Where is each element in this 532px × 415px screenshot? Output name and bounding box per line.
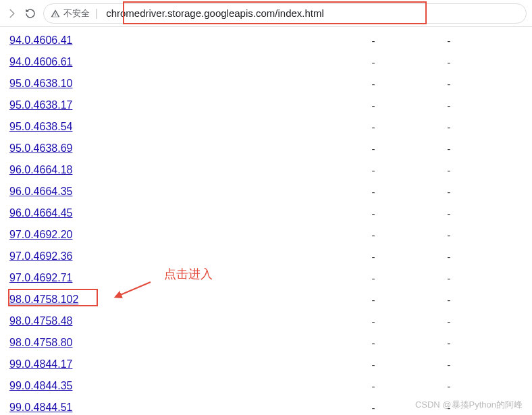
table-row: 96.0.4664.18-- bbox=[9, 159, 523, 181]
col-size: - bbox=[371, 375, 447, 397]
url-text[interactable]: chromedriver.storage.googleapis.com/inde… bbox=[103, 7, 327, 20]
col-size: - bbox=[371, 116, 447, 138]
col-size: - bbox=[371, 267, 447, 289]
browser-toolbar: 不安全 | chromedriver.storage.googleapis.co… bbox=[0, 0, 532, 27]
table-row: 96.0.4664.45-- bbox=[9, 202, 523, 224]
col-size: - bbox=[371, 246, 447, 267]
version-link[interactable]: 97.0.4692.71 bbox=[9, 272, 72, 284]
version-link[interactable]: 95.0.4638.69 bbox=[9, 142, 72, 155]
table-row: 97.0.4692.36-- bbox=[9, 246, 523, 267]
annotation-label: 点击进入 bbox=[164, 266, 213, 282]
col-date: - bbox=[447, 181, 523, 202]
col-date: - bbox=[447, 94, 523, 116]
version-link[interactable]: 99.0.4844.17 bbox=[9, 358, 72, 370]
not-secure-label: 不安全 bbox=[63, 7, 90, 20]
col-date: - bbox=[447, 51, 523, 73]
col-size: - bbox=[371, 289, 447, 310]
version-link[interactable]: 96.0.4664.18 bbox=[9, 164, 72, 176]
version-link[interactable]: 97.0.4692.20 bbox=[9, 229, 72, 241]
table-row: 98.0.4758.80-- bbox=[9, 332, 523, 354]
col-date: - bbox=[447, 289, 523, 310]
annotation-arrow bbox=[113, 281, 154, 304]
col-date: - bbox=[447, 138, 523, 159]
col-size: - bbox=[371, 138, 447, 159]
col-date: - bbox=[447, 310, 523, 332]
col-size: - bbox=[371, 51, 447, 73]
col-date: - bbox=[447, 332, 523, 354]
svg-line-0 bbox=[119, 282, 151, 296]
col-date: - bbox=[447, 73, 523, 94]
version-link[interactable]: 99.0.4844.35 bbox=[9, 380, 72, 392]
col-date: - bbox=[447, 116, 523, 138]
col-date: - bbox=[447, 159, 523, 181]
directory-listing: 94.0.4606.41--94.0.4606.61--95.0.4638.10… bbox=[0, 27, 532, 415]
table-row: 98.0.4758.48-- bbox=[9, 310, 523, 332]
table-row: 99.0.4844.35-- bbox=[9, 375, 523, 397]
col-date: - bbox=[447, 224, 523, 246]
col-size: - bbox=[371, 73, 447, 94]
table-row: 95.0.4638.10-- bbox=[9, 73, 523, 94]
table-row: 98.0.4758.102-- bbox=[9, 289, 523, 310]
table-row: 96.0.4664.35-- bbox=[9, 181, 523, 202]
col-size: - bbox=[371, 181, 447, 202]
col-size: - bbox=[371, 202, 447, 224]
col-size: - bbox=[371, 310, 447, 332]
forward-icon[interactable] bbox=[5, 7, 18, 20]
not-secure-indicator[interactable]: 不安全 bbox=[51, 7, 90, 20]
warning-icon bbox=[51, 9, 60, 18]
col-size: - bbox=[371, 354, 447, 375]
table-row: 94.0.4606.61-- bbox=[9, 51, 523, 73]
col-size: - bbox=[371, 332, 447, 354]
table-row: 97.0.4692.20-- bbox=[9, 224, 523, 246]
col-size: - bbox=[371, 94, 447, 116]
version-link[interactable]: 97.0.4692.36 bbox=[9, 250, 72, 262]
col-date: - bbox=[447, 375, 523, 397]
version-link[interactable]: 98.0.4758.102 bbox=[9, 294, 78, 306]
version-table: 94.0.4606.41--94.0.4606.61--95.0.4638.10… bbox=[9, 30, 523, 415]
reload-icon[interactable] bbox=[24, 7, 36, 20]
version-link[interactable]: 96.0.4664.45 bbox=[9, 207, 72, 219]
col-size: - bbox=[371, 30, 447, 51]
version-link[interactable]: 96.0.4664.35 bbox=[9, 186, 72, 198]
table-row: 95.0.4638.17-- bbox=[9, 94, 523, 116]
version-link[interactable]: 95.0.4638.17 bbox=[9, 99, 72, 111]
version-link[interactable]: 95.0.4638.54 bbox=[9, 121, 72, 133]
table-row: 95.0.4638.69-- bbox=[9, 138, 523, 159]
col-size: - bbox=[371, 224, 447, 246]
address-bar[interactable]: 不安全 | chromedriver.storage.googleapis.co… bbox=[43, 3, 527, 24]
version-link[interactable]: 99.0.4844.51 bbox=[9, 402, 72, 414]
watermark: CSDN @暴揍Python的阿峰 bbox=[415, 399, 523, 411]
table-row: 95.0.4638.54-- bbox=[9, 116, 523, 138]
version-link[interactable]: 98.0.4758.80 bbox=[9, 337, 72, 349]
table-row: 97.0.4692.71-- bbox=[9, 267, 523, 289]
version-link[interactable]: 94.0.4606.41 bbox=[9, 34, 72, 47]
col-date: - bbox=[447, 202, 523, 224]
version-link[interactable]: 95.0.4638.10 bbox=[9, 78, 72, 90]
version-link[interactable]: 98.0.4758.48 bbox=[9, 315, 72, 327]
table-row: 99.0.4844.17-- bbox=[9, 354, 523, 375]
col-date: - bbox=[447, 267, 523, 289]
col-date: - bbox=[447, 30, 523, 51]
table-row: 94.0.4606.41-- bbox=[9, 30, 523, 51]
col-date: - bbox=[447, 246, 523, 267]
col-date: - bbox=[447, 354, 523, 375]
version-link[interactable]: 94.0.4606.61 bbox=[9, 56, 72, 68]
col-size: - bbox=[371, 159, 447, 181]
